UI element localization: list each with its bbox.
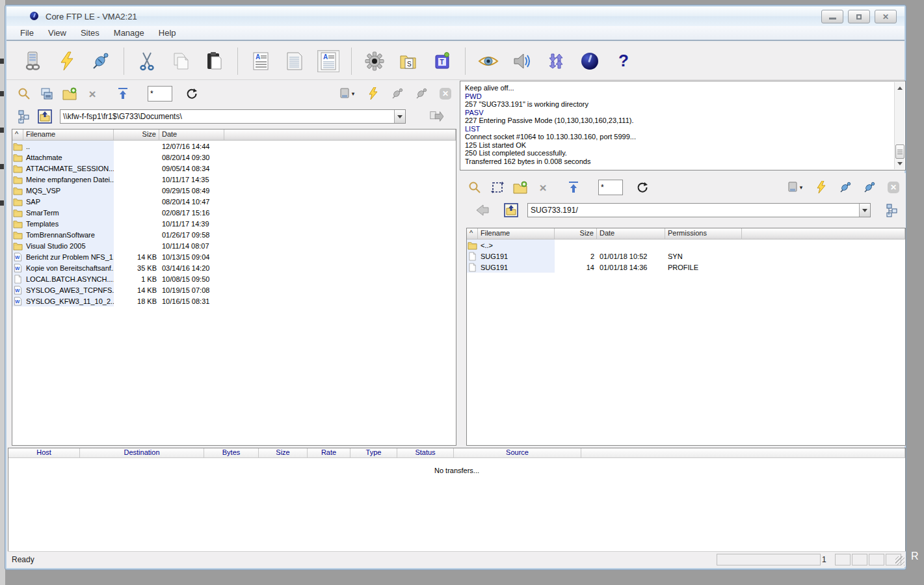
file-row[interactable]: SAP08/20/14 10:47: [12, 196, 456, 207]
size-column-header[interactable]: Size: [555, 228, 597, 239]
local-connect-icon[interactable]: [390, 87, 404, 101]
scroll-down-icon[interactable]: [895, 159, 904, 168]
local-new-folder-icon[interactable]: [62, 87, 77, 101]
maximize-button[interactable]: [848, 10, 870, 23]
log-scrollbar[interactable]: [894, 82, 904, 169]
filename-column-header[interactable]: Filename: [478, 228, 555, 239]
template-icon[interactable]: T: [431, 50, 453, 72]
paste-icon[interactable]: [204, 50, 226, 72]
local-delete-icon[interactable]: ×: [85, 87, 99, 101]
settings-gear-icon[interactable]: [363, 50, 386, 72]
local-quick-connect-icon[interactable]: [366, 87, 380, 101]
title-bar[interactable]: Core FTP LE - VMA2:21 ✕: [7, 7, 904, 26]
remote-refresh-icon[interactable]: [635, 180, 650, 195]
date-column-header[interactable]: Date: [597, 228, 665, 239]
remote-folder-up-icon[interactable]: [504, 203, 518, 217]
scroll-thumb[interactable]: [895, 144, 904, 159]
local-upload-icon[interactable]: [116, 87, 130, 101]
file-row[interactable]: SUG191201/01/18 10:52SYN: [467, 251, 905, 262]
sort-column-header[interactable]: ^: [467, 228, 478, 239]
filename-column-header[interactable]: Filename: [23, 129, 114, 140]
local-reconnect-icon[interactable]: [414, 87, 429, 101]
copy-icon[interactable]: [170, 50, 192, 72]
remote-reconnect-icon[interactable]: [862, 180, 877, 195]
local-tree-icon[interactable]: [17, 109, 31, 124]
file-row[interactable]: Meine empfangenen Datei...10/11/17 14:35: [12, 174, 456, 185]
remote-stop-icon[interactable]: ✕: [886, 180, 901, 195]
remote-tree-icon[interactable]: [885, 203, 899, 217]
sort-column-header[interactable]: ^: [12, 129, 23, 140]
queue-column-source[interactable]: Source: [454, 448, 581, 457]
core-logo-icon[interactable]: [579, 50, 601, 72]
file-row[interactable]: WSYSLOG_AWE3_TCPNFS...14 KB10/19/15 07:0…: [12, 284, 456, 295]
remote-filter-input[interactable]: [598, 180, 623, 195]
close-button[interactable]: ✕: [875, 10, 897, 23]
queue-column-size[interactable]: Size: [259, 448, 308, 457]
minimize-button[interactable]: [821, 10, 843, 23]
transfer-queue[interactable]: HostDestinationBytesSizeRateTypeStatusSo…: [8, 448, 906, 552]
view-combined-icon[interactable]: A: [317, 50, 339, 72]
local-list-header[interactable]: ^FilenameSizeDate: [12, 129, 456, 141]
menu-manage[interactable]: Manage: [107, 27, 152, 39]
view-raw-icon[interactable]: [284, 50, 306, 72]
permissions-column-header[interactable]: Permissions: [665, 228, 742, 239]
disconnect-icon[interactable]: [90, 50, 112, 72]
menu-help[interactable]: Help: [152, 27, 183, 39]
size-column-header[interactable]: Size: [114, 129, 159, 140]
local-path-dropdown-icon[interactable]: [394, 110, 405, 123]
quick-connect-icon[interactable]: [56, 50, 78, 72]
file-row[interactable]: Templates10/11/17 14:39: [12, 218, 456, 229]
queue-header[interactable]: HostDestinationBytesSizeRateTypeStatusSo…: [8, 448, 905, 458]
remote-transfer-left-icon[interactable]: [475, 203, 490, 217]
ftp-log[interactable]: Keep alive off...PWD257 "SUG733.191" is …: [460, 81, 906, 170]
filler-column-header[interactable]: [742, 228, 905, 239]
file-row[interactable]: ATTACHMATE_SESSION...09/05/14 08:34: [12, 163, 456, 174]
local-path-combobox[interactable]: \\kfw-f-fsp1\fr1$\G733\Documents\: [60, 109, 406, 124]
remote-list-header[interactable]: ^FilenameSizeDatePermissions: [467, 228, 905, 239]
local-view-mode-icon[interactable]: ▾: [337, 87, 356, 101]
remote-search-icon[interactable]: [468, 180, 482, 195]
local-search-icon[interactable]: [17, 87, 31, 101]
remote-select-icon[interactable]: [490, 180, 505, 195]
cut-icon[interactable]: [136, 50, 158, 72]
local-stop-icon[interactable]: ✕: [438, 87, 453, 101]
queue-column-rate[interactable]: Rate: [308, 448, 350, 457]
local-refresh-icon[interactable]: [185, 87, 199, 101]
remote-file-list[interactable]: ^FilenameSizeDatePermissions <..>SUG1912…: [466, 228, 906, 446]
local-compare-icon[interactable]: [40, 87, 54, 101]
file-row[interactable]: Visual Studio 200510/11/14 08:07: [12, 240, 456, 251]
remote-connect-icon[interactable]: [838, 180, 852, 195]
queue-column-host[interactable]: Host: [8, 448, 80, 457]
queue-column-bytes[interactable]: Bytes: [204, 448, 259, 457]
local-file-list[interactable]: ^FilenameSizeDate ..12/07/16 14:44Attach…: [12, 129, 456, 446]
sound-icon[interactable]: [511, 50, 533, 72]
site-connect-icon[interactable]: [22, 50, 44, 72]
local-folder-up-icon[interactable]: [38, 109, 52, 124]
file-row[interactable]: ..12/07/16 14:44: [12, 141, 456, 152]
file-row[interactable]: WKopie von Bereitschaftsanf...35 KB03/14…: [12, 262, 456, 273]
queue-column-status[interactable]: Status: [397, 448, 454, 457]
remote-path-combobox[interactable]: SUG733.191/: [527, 203, 871, 217]
view-eye-icon[interactable]: [477, 50, 499, 72]
remote-new-folder-icon[interactable]: [513, 180, 527, 195]
resize-grip[interactable]: [895, 556, 904, 565]
site-manager-icon[interactable]: S: [397, 50, 419, 72]
file-row[interactable]: WBericht zur Problem NFS_1...14 KB10/13/…: [12, 251, 456, 262]
menu-file[interactable]: File: [13, 27, 41, 39]
transfer-arrows-icon[interactable]: [545, 50, 567, 72]
remote-view-mode-icon[interactable]: ▾: [785, 180, 804, 195]
file-row[interactable]: TomBrennanSoftware01/26/17 09:58: [12, 229, 456, 240]
queue-column-filler[interactable]: [581, 448, 905, 457]
local-filter-input[interactable]: [148, 86, 172, 102]
queue-column-type[interactable]: Type: [350, 448, 397, 457]
file-row[interactable]: LOCAL.BATCH.ASYNCH....1 KB10/08/15 09:50: [12, 273, 456, 284]
remote-path-dropdown-icon[interactable]: [859, 204, 870, 217]
file-row[interactable]: SmarTerm02/08/17 15:16: [12, 207, 456, 218]
remote-quick-connect-icon[interactable]: [814, 180, 828, 195]
file-row[interactable]: WSYSLOG_KFW3_11_10_2...18 KB10/16/15 08:…: [12, 295, 456, 306]
file-row[interactable]: MQS_VSP09/29/15 08:49: [12, 185, 456, 196]
file-row[interactable]: <..>: [467, 239, 905, 251]
menu-view[interactable]: View: [41, 27, 73, 39]
file-row[interactable]: Attachmate08/20/14 09:30: [12, 152, 456, 163]
remote-download-icon[interactable]: [566, 180, 581, 195]
